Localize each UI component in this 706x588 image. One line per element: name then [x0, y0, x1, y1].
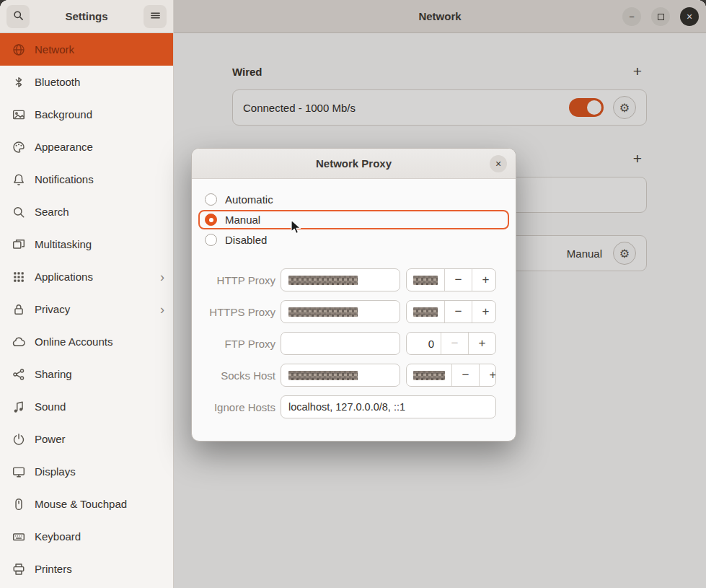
lock-icon — [12, 303, 25, 316]
socks-port-spinner: − + — [406, 364, 496, 387]
radio-row-manual[interactable]: Manual — [198, 210, 509, 229]
http-proxy-input[interactable] — [281, 268, 400, 291]
ftp-port-value[interactable]: 0 — [407, 333, 441, 354]
search-icon — [13, 10, 24, 23]
sidebar-item-label: Displays — [35, 465, 164, 478]
sidebar-item-label: Online Accounts — [35, 335, 164, 348]
spin-minus-button[interactable]: − — [451, 364, 479, 386]
https-port-spinner: − + — [406, 300, 496, 323]
redacted-host-value — [288, 276, 358, 285]
sidebar-item-displays[interactable]: Displays — [0, 455, 173, 488]
spin-plus-button[interactable]: + — [472, 269, 496, 291]
spin-minus-button[interactable]: − — [444, 269, 472, 291]
power-icon — [12, 433, 25, 446]
socks-port-value[interactable] — [407, 364, 451, 386]
close-icon: × — [495, 158, 501, 170]
sidebar-headerbar: Settings — [0, 0, 173, 33]
dialog-close-button[interactable]: × — [490, 155, 507, 172]
https-proxy-label: HTTPS Proxy — [203, 306, 275, 318]
sidebar-item-mouse-touchpad[interactable]: Mouse & Touchpad — [0, 488, 173, 520]
music-note-icon — [12, 400, 25, 413]
keyboard-icon — [12, 530, 25, 543]
display-icon — [12, 465, 25, 478]
sidebar-item-label: Mouse & Touchpad — [35, 498, 164, 510]
radio-label: Disabled — [225, 234, 267, 246]
network-proxy-dialog: Network Proxy × Automatic Manual Disable… — [191, 148, 516, 442]
sidebar-item-privacy[interactable]: Privacy › — [0, 293, 173, 325]
app-title: Settings — [32, 10, 141, 22]
spin-minus-button[interactable]: − — [441, 333, 468, 354]
redacted-port-value — [413, 276, 438, 285]
radio-row-disabled[interactable]: Disabled — [198, 230, 509, 250]
share-icon — [12, 368, 25, 381]
radio-label: Manual — [225, 214, 260, 226]
http-port-value[interactable] — [407, 269, 444, 291]
palette-icon — [12, 141, 25, 154]
redacted-host-value — [288, 307, 358, 317]
picture-icon — [12, 108, 25, 121]
dialog-title: Network Proxy — [316, 157, 392, 170]
https-proxy-row: HTTPS Proxy − + — [203, 300, 504, 323]
radio-icon[interactable] — [205, 234, 217, 246]
windows-icon — [12, 238, 25, 251]
spin-minus-button[interactable]: − — [444, 301, 472, 322]
sidebar-item-label: Printers — [35, 563, 164, 575]
spin-plus-button[interactable]: + — [468, 333, 495, 354]
http-port-spinner: − + — [406, 268, 496, 291]
https-port-value[interactable] — [407, 301, 444, 322]
sidebar-item-keyboard[interactable]: Keyboard — [0, 520, 173, 553]
ignore-hosts-value: localhost, 127.0.0.0/8, ::1 — [288, 401, 405, 413]
sidebar: Settings Network Bluetooth Background — [0, 0, 174, 588]
ftp-port-spinner: 0 − + — [406, 332, 496, 355]
ignore-hosts-label: Ignore Hosts — [203, 401, 275, 413]
sidebar-item-search[interactable]: Search — [0, 196, 173, 228]
spin-plus-button[interactable]: + — [479, 364, 496, 386]
search-button[interactable] — [6, 5, 30, 28]
sidebar-item-label: Notifications — [35, 173, 164, 185]
sidebar-item-background[interactable]: Background — [0, 98, 173, 131]
globe-icon — [12, 43, 25, 56]
sidebar-item-multitasking[interactable]: Multitasking — [0, 228, 173, 260]
sidebar-item-applications[interactable]: Applications › — [0, 260, 173, 293]
sidebar-item-network[interactable]: Network — [0, 33, 173, 66]
https-proxy-input[interactable] — [281, 300, 400, 323]
sidebar-item-power[interactable]: Power — [0, 423, 173, 455]
sidebar-item-sound[interactable]: Sound — [0, 390, 173, 423]
sidebar-item-label: Search — [35, 206, 164, 218]
proxy-fields: HTTP Proxy − + HTTPS Proxy − + — [192, 268, 516, 418]
sidebar-item-online-accounts[interactable]: Online Accounts — [0, 325, 173, 358]
socks-host-row: Socks Host − + — [203, 364, 504, 387]
chevron-right-icon: › — [160, 303, 164, 316]
redacted-port-value — [413, 371, 445, 380]
sidebar-nav: Network Bluetooth Background Appearance … — [0, 33, 173, 585]
sidebar-item-label: Privacy — [35, 303, 151, 315]
http-proxy-row: HTTP Proxy − + — [203, 268, 504, 291]
radio-selected-icon[interactable] — [205, 214, 217, 226]
hamburger-icon — [150, 10, 161, 23]
radio-row-automatic[interactable]: Automatic — [198, 190, 509, 209]
sidebar-item-appearance[interactable]: Appearance — [0, 131, 173, 163]
redacted-port-value — [413, 307, 438, 317]
mouse-icon — [12, 498, 25, 511]
menu-button[interactable] — [144, 5, 167, 28]
http-proxy-label: HTTP Proxy — [203, 274, 275, 286]
redacted-host-value — [288, 371, 358, 380]
sidebar-item-label: Applications — [35, 271, 151, 283]
sidebar-item-bluetooth[interactable]: Bluetooth — [0, 66, 173, 98]
sidebar-item-label: Multitasking — [35, 238, 164, 250]
ignore-hosts-row: Ignore Hosts localhost, 127.0.0.0/8, ::1 — [203, 395, 504, 418]
ftp-proxy-input[interactable] — [281, 332, 400, 355]
ftp-proxy-row: FTP Proxy 0 − + — [203, 332, 504, 355]
grid-icon — [12, 271, 25, 284]
magnifier-icon — [12, 206, 25, 219]
sidebar-item-printers[interactable]: Printers — [0, 553, 173, 585]
sidebar-item-sharing[interactable]: Sharing — [0, 358, 173, 390]
radio-icon[interactable] — [205, 193, 217, 206]
ignore-hosts-input[interactable]: localhost, 127.0.0.0/8, ::1 — [281, 395, 496, 418]
sidebar-item-notifications[interactable]: Notifications — [0, 163, 173, 196]
socks-host-input[interactable] — [281, 364, 400, 387]
settings-window: Settings Network Bluetooth Background — [0, 0, 706, 588]
spin-plus-button[interactable]: + — [472, 301, 496, 322]
cloud-icon — [12, 335, 25, 348]
ftp-proxy-label: FTP Proxy — [203, 338, 275, 350]
